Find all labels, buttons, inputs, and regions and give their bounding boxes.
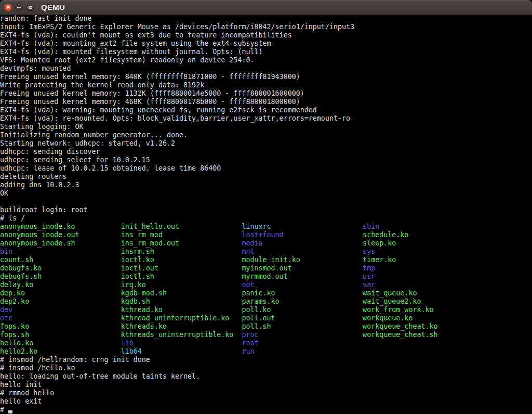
- ls-entry: kthreads_uninterruptible.ko: [121, 331, 242, 339]
- ls-entry: sleep.ko: [363, 239, 396, 247]
- terminal-line: EXT4-fs (vda): mounting ext2 file system…: [0, 40, 532, 48]
- terminal-line: Freeing unused kernel memory: 840K (ffff…: [0, 73, 532, 81]
- ls-entry: hello2.ko: [0, 347, 121, 355]
- ls-entry: timer.ko: [363, 256, 396, 264]
- ls-listing-row: fops.sh kthreads_uninterruptible.ko proc…: [0, 331, 532, 339]
- prompt-line: #: [0, 406, 532, 414]
- terminal-line: # insmod /hellrandom: crng init done: [0, 356, 532, 364]
- shell-prompt: #: [0, 406, 8, 413]
- ls-entry: ioctl.ko: [121, 256, 242, 264]
- terminal-line: # rmmod hello: [0, 389, 532, 397]
- terminal-line: adding dns 10.0.2.3: [0, 181, 532, 189]
- ls-entry: linuxrc: [242, 223, 363, 230]
- ls-entry: ioctl.sh: [121, 273, 242, 280]
- ls-entry: irq.ko: [121, 281, 242, 289]
- terminal-line: EXT4-fs (vda): mounted filesystem withou…: [0, 48, 532, 56]
- ls-entry: module_init.ko: [242, 256, 363, 264]
- ls-entry: poll.out: [242, 314, 363, 322]
- terminal-line: buildroot login: root: [0, 206, 532, 214]
- ls-listing-row: bin insrm.sh mnt sys: [0, 248, 532, 256]
- terminal-line: Starting logging: OK: [0, 123, 532, 131]
- ls-listing-row: hello.ko lib root: [0, 339, 532, 347]
- ls-entry: fops.ko: [0, 322, 121, 330]
- ls-listing-row: dev kthread.ko poll.ko work_from_work.ko: [0, 306, 532, 314]
- titlebar[interactable]: × QEMU: [0, 0, 532, 15]
- terminal-line: udhcpc: sending select for 10.0.2.15: [0, 156, 532, 164]
- ls-listing-row: etc kthread_uninterruptible.ko poll.out …: [0, 314, 532, 322]
- ls-entry: workqueue_cheat.ko: [363, 322, 437, 330]
- ls-entry: kthreads.ko: [121, 322, 242, 330]
- maximize-button[interactable]: [26, 4, 34, 11]
- ls-entry: workqueue_cheat.sh: [363, 331, 437, 339]
- terminal-line: EXT4-fs (vda): warning: mounting uncheck…: [0, 106, 532, 114]
- ls-entry: dev: [0, 306, 121, 314]
- terminal-line: # insmod /hello.ko: [0, 364, 532, 372]
- ls-entry: media: [242, 239, 363, 247]
- terminal-line: EXT4-fs (vda): re-mounted. Opts: block_v…: [0, 114, 532, 123]
- ls-entry: dep.ko: [0, 289, 121, 297]
- window-title: QEMU: [41, 0, 65, 15]
- ls-listing-row: debugfs.sh ioctl.sh myrmmod.out usr: [0, 273, 532, 281]
- ls-entry: sys: [363, 248, 375, 255]
- ls-entry: ins_rm_mod: [121, 231, 242, 239]
- ls-entry: kgdb-mod.sh: [121, 289, 242, 297]
- ls-entry: poll.ko: [242, 306, 363, 314]
- ls-entry: init_hello.out: [121, 223, 242, 230]
- terminal-line: EXT4-fs (vda): couldn't mount as ext3 du…: [0, 31, 532, 40]
- ls-entry: sbin: [363, 223, 379, 230]
- terminal-line: Freeing unused kernel memory: 468K (ffff…: [0, 98, 532, 106]
- ls-entry: hello.ko: [0, 339, 121, 347]
- minimize-button[interactable]: [15, 4, 23, 11]
- ls-entry: anonymous_inode.ko: [0, 223, 121, 230]
- ls-entry: ins_rm_mod.out: [121, 239, 242, 247]
- ls-listing-row: hello2.ko lib64 run: [0, 347, 532, 356]
- ls-entry: bin: [0, 248, 121, 255]
- terminal-line: devtmpfs: mounted: [0, 64, 532, 73]
- ls-entry: params.ko: [242, 297, 363, 305]
- ls-entry: debugfs.ko: [0, 264, 121, 272]
- ls-entry: run: [242, 347, 254, 355]
- ls-entry: wait_queue2.ko: [363, 297, 421, 305]
- terminal-line: VFS: Mounted root (ext2 filesystem) read…: [0, 56, 532, 64]
- ls-entry: fops.sh: [0, 331, 121, 339]
- ls-entry: opt: [242, 281, 363, 289]
- terminal-line: [0, 198, 532, 206]
- ls-entry: wait_queue.ko: [363, 289, 417, 297]
- ls-entry: ioctl.out: [121, 264, 242, 272]
- terminal-line: deleting routers: [0, 173, 532, 181]
- ls-entry: kthread_uninterruptible.ko: [121, 314, 242, 322]
- maximize-icon: [29, 6, 32, 9]
- ls-listing-row: delay.ko irq.ko opt var: [0, 281, 532, 289]
- terminal-line: Freeing unused kernel memory: 1132K (fff…: [0, 89, 532, 98]
- ls-listing-row: dep.ko kgdb-mod.sh panic.ko wait_queue.k…: [0, 289, 532, 297]
- ls-entry: kgdb.sh: [121, 297, 242, 305]
- close-button[interactable]: ×: [4, 4, 12, 11]
- ls-entry: workqueue.ko: [363, 314, 413, 322]
- ls-entry: tmp: [363, 264, 375, 272]
- terminal-line: # ls /: [0, 214, 532, 223]
- ls-entry: panic.ko: [242, 289, 363, 297]
- ls-listing-row: anonymous_inode.out ins_rm_mod lost+foun…: [0, 231, 532, 239]
- ls-listing-row: anonymous_inode.sh ins_rm_mod.out media …: [0, 239, 532, 248]
- ls-listing-row: debugfs.ko ioctl.out myinsmod.out tmp: [0, 264, 532, 273]
- ls-listing-row: anonymous_inode.ko init_hello.out linuxr…: [0, 223, 532, 231]
- ls-listing-row: fops.ko kthreads.ko poll.sh workqueue_ch…: [0, 322, 532, 331]
- ls-entry: root: [242, 339, 258, 347]
- terminal-line: Write protecting the kernel read-only da…: [0, 81, 532, 89]
- terminal-line: random: fast init done: [0, 15, 532, 23]
- ls-entry: etc: [0, 314, 121, 322]
- ls-entry: lib64: [121, 347, 242, 355]
- ls-entry: insrm.sh: [121, 248, 242, 255]
- qemu-window: × QEMU random: fast init doneinput: ImEx…: [0, 0, 532, 414]
- ls-entry: poll.sh: [242, 322, 363, 330]
- ls-entry: work_from_work.ko: [363, 306, 433, 314]
- ls-entry: anonymous_inode.out: [0, 231, 121, 239]
- ls-entry: myinsmod.out: [242, 264, 363, 272]
- terminal-line: hello: loading out-of-tree module taints…: [0, 372, 532, 381]
- ls-entry: var: [363, 281, 375, 289]
- terminal-screen[interactable]: random: fast init doneinput: ImExPS/2 Ge…: [0, 15, 532, 414]
- ls-entry: delay.ko: [0, 281, 121, 289]
- ls-entry: debugfs.sh: [0, 273, 121, 280]
- ls-listing-row: dep2.ko kgdb.sh params.ko wait_queue2.ko: [0, 297, 532, 306]
- ls-entry: kthread.ko: [121, 306, 242, 314]
